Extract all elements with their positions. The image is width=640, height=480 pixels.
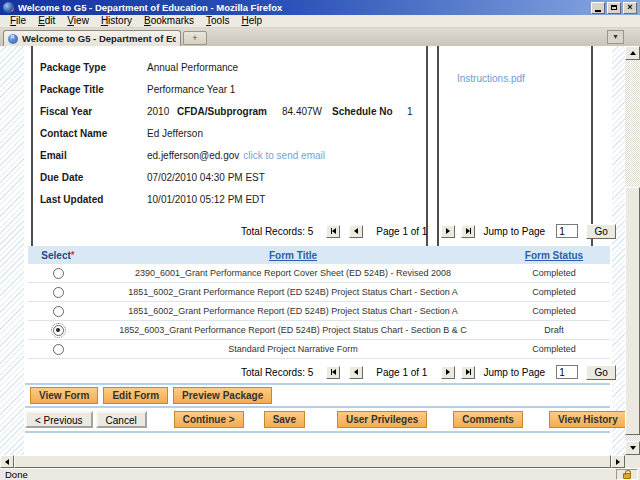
contact-name-row: Contact Name Ed Jefferson bbox=[33, 122, 426, 144]
view-history-button[interactable]: View History bbox=[549, 411, 625, 428]
firefox-icon bbox=[3, 2, 14, 13]
scrollbar-corner bbox=[625, 455, 640, 468]
tab-bar: Welcome to G5 - Department of Edu... + ▼ bbox=[0, 28, 640, 46]
email-label: Email bbox=[40, 150, 147, 161]
menu-file[interactable]: File bbox=[4, 15, 32, 27]
close-icon: × bbox=[627, 3, 632, 12]
window-title: Welcome to G5 - Department of Education … bbox=[18, 2, 591, 13]
page-actions-row: < Previous Cancel Continue > Save User P… bbox=[25, 411, 625, 428]
scroll-right-button[interactable] bbox=[611, 455, 625, 468]
vertical-scrollbar-thumb[interactable] bbox=[625, 187, 640, 435]
divider bbox=[25, 431, 610, 433]
last-page-button[interactable] bbox=[461, 366, 475, 379]
send-email-link[interactable]: click to send email bbox=[243, 150, 325, 161]
cfda-subprogram-value: 84.407W bbox=[282, 106, 332, 117]
due-date-label: Due Date bbox=[40, 172, 147, 183]
comments-button[interactable]: Comments bbox=[453, 411, 523, 428]
minimize-button[interactable] bbox=[591, 2, 605, 14]
jump-to-page-label: Jump to Page bbox=[483, 226, 545, 237]
divider bbox=[25, 383, 610, 385]
menu-view[interactable]: View bbox=[61, 15, 95, 27]
list-all-tabs-button[interactable]: ▼ bbox=[607, 30, 624, 44]
next-page-icon bbox=[446, 228, 450, 234]
last-page-button[interactable] bbox=[461, 225, 475, 238]
vertical-scrollbar[interactable] bbox=[625, 46, 640, 455]
scroll-down-button[interactable] bbox=[625, 441, 640, 455]
cancel-button[interactable]: Cancel bbox=[96, 411, 147, 428]
last-updated-label: Last Updated bbox=[40, 194, 147, 205]
view-form-button[interactable]: View Form bbox=[30, 387, 98, 404]
menu-bookmarks[interactable]: Bookmarks bbox=[138, 15, 200, 27]
contact-name-label: Contact Name bbox=[40, 128, 147, 139]
user-privileges-button[interactable]: User Privileges bbox=[337, 411, 427, 428]
forms-table: Select* Form Title Form Status 2390_6001… bbox=[28, 246, 610, 359]
form-status-column-header[interactable]: Form Status bbox=[525, 250, 583, 261]
form-title-cell: 1851_6002_Grant Performance Report (ED 5… bbox=[88, 287, 498, 297]
restore-icon bbox=[611, 5, 617, 10]
close-button[interactable]: × bbox=[623, 2, 637, 14]
go-button[interactable]: Go bbox=[586, 224, 616, 239]
package-title-value: Performance Year 1 bbox=[147, 84, 426, 95]
prev-page-button[interactable] bbox=[349, 366, 363, 379]
schedule-no-value: 1 bbox=[407, 106, 413, 117]
scroll-down-icon bbox=[630, 446, 636, 450]
schedule-no-label: Schedule No bbox=[332, 106, 407, 117]
horizontal-scrollbar[interactable] bbox=[0, 455, 625, 468]
previous-button[interactable]: < Previous bbox=[25, 411, 93, 428]
page-indicator: Page 1 of 1 bbox=[376, 226, 427, 237]
tab-welcome-g5[interactable]: Welcome to G5 - Department of Edu... bbox=[3, 30, 181, 46]
continue-button[interactable]: Continue > bbox=[174, 411, 244, 428]
title-bar: Welcome to G5 - Department of Education … bbox=[0, 0, 640, 15]
table-row: 1851_6002_Grant Performance Report (ED 5… bbox=[28, 283, 610, 302]
instructions-pdf-link[interactable]: Instructions.pdf bbox=[457, 73, 525, 84]
scroll-up-button[interactable] bbox=[625, 46, 640, 60]
status-text: Done bbox=[5, 469, 616, 480]
table-row: Standard Project Narrative Form Complete… bbox=[28, 340, 610, 359]
form-select-radio[interactable] bbox=[53, 325, 64, 336]
menu-tools[interactable]: Tools bbox=[200, 15, 235, 27]
horizontal-scrollbar-thumb[interactable] bbox=[14, 455, 611, 468]
first-page-button[interactable] bbox=[326, 366, 340, 379]
next-page-button[interactable] bbox=[441, 225, 455, 238]
pagination-top: Total Records: 5 Page 1 of 1 Jump to Pag… bbox=[241, 223, 616, 239]
total-records-label: Total Records: bbox=[241, 226, 305, 237]
form-status-cell: Draft bbox=[498, 325, 610, 335]
form-select-radio[interactable] bbox=[53, 287, 64, 298]
save-button[interactable]: Save bbox=[264, 411, 305, 428]
restore-button[interactable] bbox=[607, 2, 621, 14]
page-margin-pattern-left bbox=[0, 46, 24, 455]
form-title-column-header[interactable]: Form Title bbox=[269, 250, 317, 261]
page-margin-pattern-right bbox=[612, 46, 625, 455]
menu-edit[interactable]: Edit bbox=[32, 15, 61, 27]
table-row: 2390_6001_Grant Performance Report Cover… bbox=[28, 264, 610, 283]
form-status-cell: Completed bbox=[498, 287, 610, 297]
jump-to-page-input[interactable] bbox=[556, 365, 578, 379]
total-records-value: 5 bbox=[308, 226, 314, 237]
divider bbox=[25, 406, 610, 408]
edit-form-button[interactable]: Edit Form bbox=[103, 387, 168, 404]
email-row: Email ed.jefferson@ed.gov click to send … bbox=[33, 144, 426, 166]
total-records-label: Total Records: bbox=[241, 367, 305, 378]
form-select-radio[interactable] bbox=[53, 344, 64, 355]
due-date-row: Due Date 07/02/2010 04:30 PM EST bbox=[33, 166, 426, 188]
next-page-button[interactable] bbox=[441, 366, 455, 379]
scroll-left-button[interactable] bbox=[0, 455, 14, 468]
go-button[interactable]: Go bbox=[586, 365, 616, 380]
prev-page-button[interactable] bbox=[349, 225, 363, 238]
menu-history[interactable]: History bbox=[95, 15, 138, 27]
new-tab-button[interactable]: + bbox=[183, 31, 207, 45]
menu-help[interactable]: Help bbox=[235, 15, 268, 27]
total-records-value: 5 bbox=[308, 367, 314, 378]
package-type-value: Annual Performance bbox=[147, 62, 426, 73]
package-title-label: Package Title bbox=[40, 84, 147, 95]
table-row: 1852_6003_Grant Performance Report (ED 5… bbox=[28, 321, 610, 340]
preview-package-button[interactable]: Preview Package bbox=[173, 387, 272, 404]
jump-to-page-input[interactable] bbox=[556, 224, 578, 238]
form-select-radio[interactable] bbox=[53, 268, 64, 279]
first-page-button[interactable] bbox=[326, 225, 340, 238]
form-select-radio[interactable] bbox=[53, 306, 64, 317]
form-title-cell: Standard Project Narrative Form bbox=[88, 344, 498, 354]
scroll-left-icon bbox=[5, 459, 9, 465]
fiscal-year-value: 2010 bbox=[147, 106, 177, 117]
minimize-icon bbox=[595, 10, 601, 12]
